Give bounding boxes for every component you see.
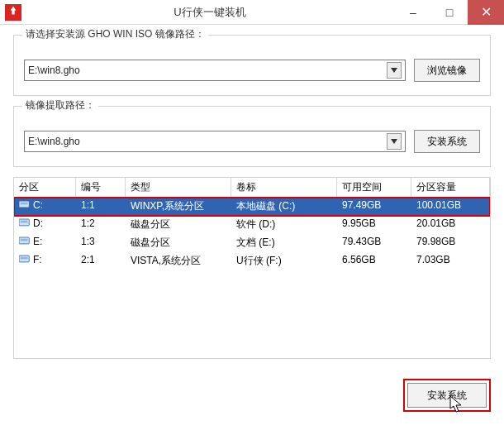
extract-path-combo[interactable]: E:\win8.gho	[24, 131, 406, 152]
cell-label: 本地磁盘 (C:)	[231, 198, 337, 216]
footer: 安装系统	[0, 367, 504, 423]
cell-number: 1:1	[76, 198, 126, 216]
content-area: 请选择安装源 GHO WIN ISO 镜像路径： E:\win8.gho 浏览镜…	[0, 25, 504, 367]
cell-number: 1:2	[76, 216, 126, 234]
browse-image-button[interactable]: 浏览镜像	[414, 59, 480, 82]
partition-table: 分区 编号 类型 卷标 可用空间 分区容量 C:1:1WINXP,系统分区本地磁…	[13, 177, 491, 359]
header-capacity[interactable]: 分区容量	[411, 178, 490, 198]
cell-type: 磁盘分区	[126, 234, 231, 252]
cell-free: 6.56GB	[337, 252, 411, 270]
cell-free: 9.95GB	[337, 216, 411, 234]
chevron-down-icon[interactable]	[387, 62, 402, 79]
title-bar: U行侠一键装机 – □ ✕	[0, 0, 504, 25]
header-number[interactable]: 编号	[76, 178, 126, 198]
close-button[interactable]: ✕	[468, 0, 504, 25]
source-group: 请选择安装源 GHO WIN ISO 镜像路径： E:\win8.gho 浏览镜…	[13, 35, 491, 96]
table-row[interactable]: C:1:1WINXP,系统分区本地磁盘 (C:)97.49GB100.01GB	[14, 198, 490, 216]
table-row[interactable]: D:1:2磁盘分区软件 (D:)9.95GB20.01GB	[14, 216, 490, 234]
svg-rect-8	[21, 257, 28, 260]
cell-type: 磁盘分区	[126, 216, 231, 234]
disk-icon	[19, 217, 31, 227]
cell-partition: E:	[33, 236, 42, 247]
cell-capacity: 100.01GB	[411, 198, 490, 216]
header-label[interactable]: 卷标	[231, 178, 337, 198]
cell-free: 97.49GB	[337, 198, 411, 216]
minimize-button[interactable]: –	[395, 0, 431, 25]
header-partition[interactable]: 分区	[14, 178, 76, 198]
chevron-down-icon[interactable]	[387, 133, 402, 150]
table-row[interactable]: E:1:3磁盘分区文档 (E:)79.43GB79.98GB	[14, 234, 490, 252]
cell-label: 文档 (E:)	[231, 234, 337, 252]
header-type[interactable]: 类型	[126, 178, 231, 198]
table-header: 分区 编号 类型 卷标 可用空间 分区容量	[14, 178, 490, 198]
svg-rect-6	[21, 239, 28, 241]
cell-capacity: 79.98GB	[411, 234, 490, 252]
svg-rect-2	[21, 203, 28, 205]
cell-label: U行侠 (F:)	[231, 252, 337, 270]
cell-capacity: 7.03GB	[411, 252, 490, 270]
disk-icon	[19, 236, 31, 245]
maximize-button[interactable]: □	[431, 0, 468, 25]
source-group-label: 请选择安装源 GHO WIN ISO 镜像路径：	[22, 27, 208, 41]
extract-group: 镜像提取路径： E:\win8.gho 安装系统	[13, 106, 491, 167]
install-highlight: 安装系统	[403, 379, 491, 412]
cell-type: WINXP,系统分区	[126, 198, 231, 216]
install-system-button[interactable]: 安装系统	[407, 383, 487, 408]
header-free[interactable]: 可用空间	[337, 178, 411, 198]
cell-type: VISTA,系统分区	[126, 252, 231, 270]
install-system-button-top[interactable]: 安装系统	[414, 130, 480, 153]
table-row[interactable]: F:2:1VISTA,系统分区U行侠 (F:)6.56GB7.03GB	[14, 252, 490, 270]
extract-group-label: 镜像提取路径：	[22, 98, 98, 112]
cell-partition: F:	[33, 254, 42, 265]
cell-capacity: 20.01GB	[411, 216, 490, 234]
source-path-combo[interactable]: E:\win8.gho	[24, 60, 406, 81]
window-buttons: – □ ✕	[395, 0, 504, 25]
disk-icon	[19, 199, 31, 208]
cell-partition: D:	[33, 217, 43, 229]
cell-number: 2:1	[76, 252, 126, 270]
extract-path-value: E:\win8.gho	[28, 136, 387, 147]
window-title: U行侠一键装机	[25, 5, 395, 20]
cell-partition: C:	[33, 199, 43, 211]
app-icon	[2, 1, 25, 24]
table-body: C:1:1WINXP,系统分区本地磁盘 (C:)97.49GB100.01GBD…	[14, 198, 490, 270]
cell-free: 79.43GB	[337, 234, 411, 252]
cell-number: 1:3	[76, 234, 126, 252]
disk-icon	[19, 254, 31, 263]
svg-rect-4	[21, 221, 28, 223]
cell-label: 软件 (D:)	[231, 216, 337, 234]
source-path-value: E:\win8.gho	[28, 64, 387, 76]
